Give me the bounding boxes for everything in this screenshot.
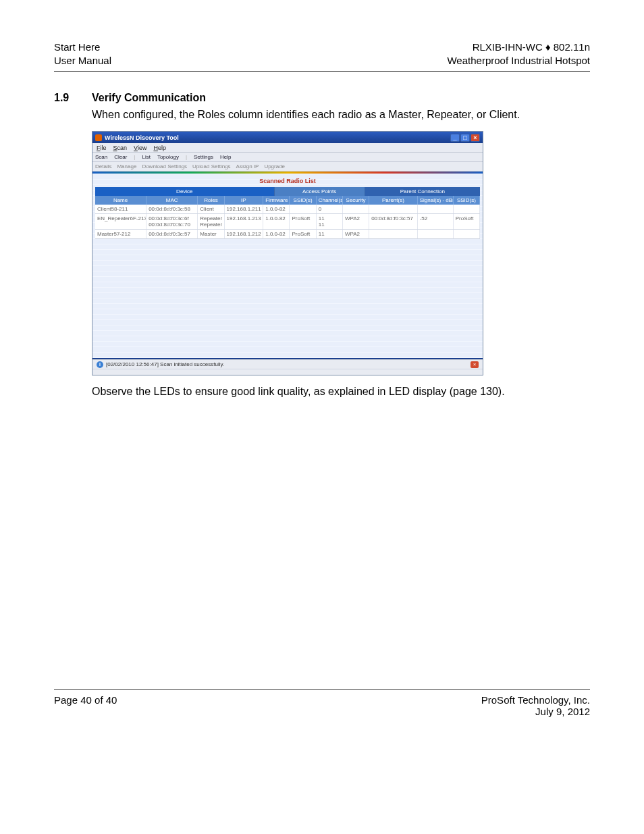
cell-roles: Repeater Repeater (198, 214, 224, 229)
footer-right-2: July 9, 2012 (481, 706, 590, 717)
cell-name: EN_Repeater6F-213 (95, 214, 146, 229)
col-pssid[interactable]: SSID(s) (454, 196, 480, 205)
cell-sig: -52 (418, 214, 454, 229)
info-icon: i (97, 361, 103, 368)
status-text: [02/02/2010 12:56:47] Scan initiated suc… (106, 361, 224, 367)
menu-help[interactable]: Help (153, 145, 166, 151)
cell-pssid (454, 205, 480, 213)
cell-parent: 00:0d:8d:f0:3c:57 (369, 214, 418, 229)
status-bar: i [02/02/2010 12:56:47] Scan initiated s… (92, 359, 483, 369)
header-left-1: Start Here (54, 41, 111, 54)
cell-fw: 1.0.0-82 (263, 230, 290, 238)
cell-ip: 192.168.1.211 (225, 205, 264, 213)
col-name[interactable]: Name (95, 196, 146, 205)
resize-grip[interactable] (92, 369, 483, 375)
col-ssid[interactable]: SSID(s) (290, 196, 316, 205)
separator-icon: | (186, 154, 187, 160)
cell-sec: WPA2 (343, 230, 369, 238)
scanned-radio-list-title: Scanned Radio List (95, 178, 480, 184)
cell-pssid (454, 230, 480, 238)
header-left-2: User Manual (54, 54, 111, 68)
cell-parent (369, 230, 418, 238)
group-access-points: Access Points (275, 187, 365, 196)
menu-view[interactable]: View (134, 145, 146, 151)
group-parent-connection: Parent Connection (365, 187, 480, 196)
col-roles[interactable]: Roles (198, 196, 224, 205)
tb-details[interactable]: Details (95, 163, 111, 170)
cell-chan: 11 (317, 230, 343, 238)
col-mac[interactable]: MAC (146, 196, 198, 205)
cell-parent (369, 205, 418, 213)
cell-fw: 1.0.0-82 (263, 205, 290, 213)
cell-sec: WPA2 (343, 214, 369, 229)
col-ip[interactable]: IP (225, 196, 264, 205)
footer-right-1: ProSoft Technology, Inc. (481, 694, 590, 706)
header-right-1: RLXIB-IHN-WC ♦ 802.11n (447, 41, 590, 54)
cell-chan: 0 (317, 205, 343, 213)
tb-download[interactable]: Download Settings (142, 163, 187, 170)
tb-topology[interactable]: Topology (157, 154, 179, 160)
col-signal[interactable]: Signal(s) - dBm (418, 196, 454, 205)
group-device: Device (95, 187, 275, 196)
table-row[interactable]: Master57-21200:0d:8d:f0:3c:57Master192.1… (95, 230, 480, 239)
menu-bar: File Scan View Help (92, 143, 483, 153)
tb-clear[interactable]: Clear (114, 154, 127, 160)
table-row[interactable]: Client58-21100:0d:8d:f0:3c:58Client192.1… (95, 205, 480, 214)
separator-icon: | (134, 154, 135, 160)
document-footer: Page 40 of 40 ProSoft Technology, Inc. J… (54, 689, 590, 717)
cell-ssid: ProSoft (290, 230, 316, 238)
maximize-button[interactable]: □ (460, 134, 470, 142)
cell-mac: 00:0d:8d:f0:3c:6f 00:0d:8d:f0:3c:70 (146, 214, 198, 229)
cell-sig (418, 230, 454, 238)
cell-name: Client58-211 (95, 205, 146, 213)
paragraph-2: Observe the LEDs to ensure good link qua… (92, 385, 564, 399)
col-security[interactable]: Security (343, 196, 369, 205)
close-button[interactable]: × (471, 134, 480, 142)
cell-ssid (290, 205, 316, 213)
tb-help[interactable]: Help (220, 154, 231, 160)
cell-ip: 192.168.1.213 (225, 214, 264, 229)
status-close-icon[interactable]: × (471, 361, 479, 368)
tb-settings[interactable]: Settings (194, 154, 213, 160)
window-title: WirelessN Discovery Tool (105, 134, 179, 141)
cell-name: Master57-212 (95, 230, 146, 238)
col-parent[interactable]: Parent(s) (369, 196, 418, 205)
header-right-2: Weatherproof Industrial Hotspot (447, 54, 590, 68)
cell-mac: 00:0d:8d:f0:3c:57 (146, 230, 198, 238)
tb-list[interactable]: List (142, 154, 150, 160)
tb-upgrade[interactable]: Upgrade (264, 163, 285, 170)
tb-upload[interactable]: Upload Settings (192, 163, 230, 170)
paragraph-1: When configured, the Roles column identi… (92, 108, 564, 122)
cell-chan: 11 11 (317, 214, 343, 229)
minimize-button[interactable]: _ (450, 134, 460, 142)
section-number: 1.9 (54, 92, 80, 104)
cell-sig (418, 205, 454, 213)
table-body: Client58-21100:0d:8d:f0:3c:58Client192.1… (95, 205, 480, 239)
table-empty-area (95, 239, 480, 355)
cell-roles: Master (198, 230, 224, 238)
app-icon (95, 134, 102, 141)
cell-sec (343, 205, 369, 213)
tb-assign-ip[interactable]: Assign IP (236, 163, 259, 170)
title-bar[interactable]: WirelessN Discovery Tool _ □ × (92, 132, 483, 143)
tb-scan[interactable]: Scan (95, 154, 107, 160)
tb-manage[interactable]: Manage (117, 163, 136, 170)
column-headers: Name MAC Roles IP Firmware SSID(s) Chann… (95, 196, 480, 205)
cell-pssid: ProSoft (454, 214, 480, 229)
app-window: WirelessN Discovery Tool _ □ × File Scan… (92, 131, 483, 375)
footer-left: Page 40 of 40 (54, 694, 117, 717)
toolbar-1: Scan Clear | List Topology | Settings He… (92, 153, 483, 162)
group-headers: Device Access Points Parent Connection (95, 187, 480, 196)
menu-scan[interactable]: Scan (113, 145, 128, 151)
col-channel[interactable]: Channel(s) (317, 196, 343, 205)
col-firmware[interactable]: Firmware (263, 196, 290, 205)
cell-ssid: ProSoft (290, 214, 316, 229)
section-title: Verify Communication (92, 92, 206, 104)
cell-fw: 1.0.0-82 (263, 214, 290, 229)
cell-ip: 192.168.1.212 (225, 230, 264, 238)
toolbar-2: Details Manage Download Settings Upload … (92, 162, 483, 172)
cell-roles: Client (198, 205, 224, 213)
menu-file[interactable]: File (97, 145, 107, 151)
table-row[interactable]: EN_Repeater6F-21300:0d:8d:f0:3c:6f 00:0d… (95, 214, 480, 230)
cell-mac: 00:0d:8d:f0:3c:58 (146, 205, 198, 213)
